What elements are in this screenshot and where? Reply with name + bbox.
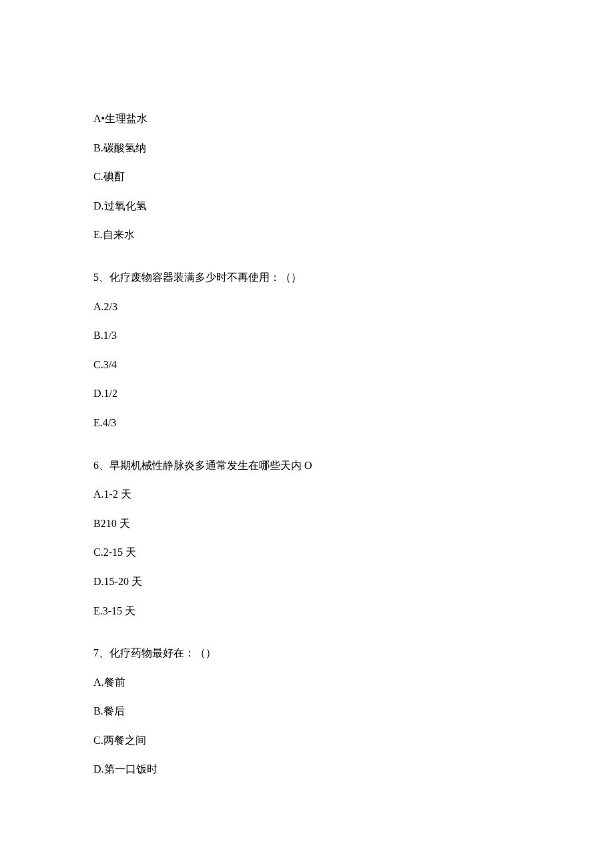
option-b: B.碳酸氢纳	[93, 139, 521, 157]
option-c: C.碘酊	[93, 168, 521, 185]
option-a: A•生理盐水	[93, 110, 521, 127]
option-e: E.4/3	[93, 414, 521, 432]
option-d: D.1/2	[93, 385, 521, 402]
option-c: C.3/4	[93, 356, 521, 374]
question-text: 6、早期机械性静脉炎多通常发生在哪些天内 O	[93, 457, 521, 474]
question-6: 6、早期机械性静脉炎多通常发生在哪些天内 O A.1-2 天 B210 天 C.…	[93, 457, 521, 620]
option-c: C.两餐之间	[93, 732, 521, 749]
option-e: E.3-15 天	[93, 602, 521, 620]
option-d: D.15-20 天	[93, 573, 521, 590]
question-4-options: A•生理盐水 B.碳酸氢纳 C.碘酊 D.过氧化氢 E.自来水	[93, 110, 521, 244]
option-b: B210 天	[93, 515, 521, 532]
question-5: 5、化疗废物容器装满多少时不再使用：（） A.2/3 B.1/3 C.3/4 D…	[93, 269, 521, 432]
option-a: A.2/3	[93, 298, 521, 316]
option-e: E.自来水	[93, 226, 521, 244]
question-text: 5、化疗废物容器装满多少时不再使用：（）	[93, 269, 521, 286]
option-b: B.餐后	[93, 703, 521, 720]
option-a: A.1-2 天	[93, 486, 521, 503]
option-a: A.餐前	[93, 674, 521, 691]
option-b: B.1/3	[93, 327, 521, 344]
option-d: D.过氧化氢	[93, 197, 521, 215]
option-c: C.2-15 天	[93, 544, 521, 561]
option-d: D.第一口饭时	[93, 761, 521, 778]
question-7: 7、化疗药物最好在：（） A.餐前 B.餐后 C.两餐之间 D.第一口饭时	[93, 644, 521, 778]
question-text: 7、化疗药物最好在：（）	[93, 644, 521, 662]
